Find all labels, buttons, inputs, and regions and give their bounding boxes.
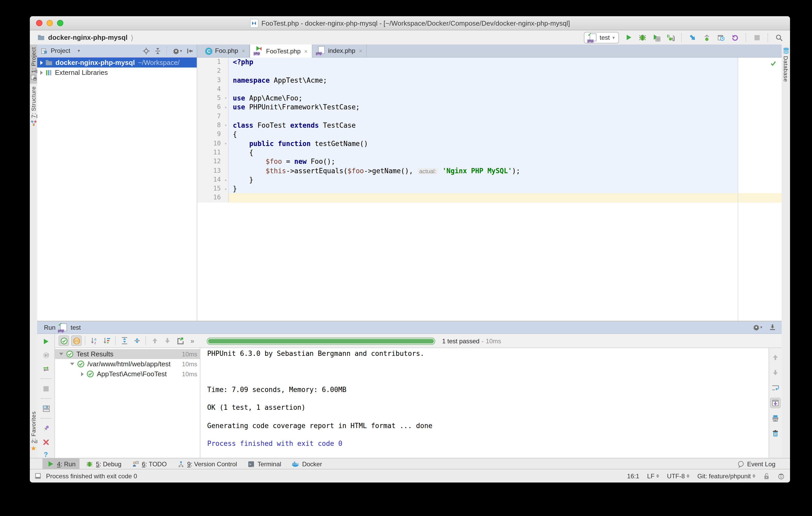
expand-arrow-icon[interactable] xyxy=(81,372,84,376)
tool-window-toggle-icon[interactable] xyxy=(34,472,41,479)
rollback-button[interactable] xyxy=(730,33,740,42)
hide-panel-button[interactable] xyxy=(186,47,194,55)
prev-occurrence-button[interactable] xyxy=(770,352,781,363)
code-line-6[interactable]: 6▴use PHPUnit\Framework\TestCase; xyxy=(197,103,782,112)
debug-button[interactable] xyxy=(638,33,647,42)
code-line-16[interactable]: 16 xyxy=(197,193,782,203)
readonly-lock-icon[interactable] xyxy=(763,472,770,480)
listen-debug-connections-button[interactable] xyxy=(666,33,675,42)
code-line-12[interactable]: 12 $foo = new Foo(); xyxy=(197,157,782,166)
settings-gear-button[interactable]: ▾ xyxy=(752,323,762,331)
code-line-5[interactable]: 5▾use App\Acme\Foo; xyxy=(197,94,782,103)
tab-footest.php[interactable]: phpFooTest.php× xyxy=(250,45,312,58)
event-log-button[interactable]: Event Log xyxy=(737,460,775,467)
tab-close-icon[interactable]: × xyxy=(359,48,362,54)
code-line-9[interactable]: 9{ xyxy=(197,130,782,139)
tab-index.php[interactable]: phpindex.php× xyxy=(312,45,367,57)
toolwindow-button-versioncontrol[interactable]: 9: Version Control xyxy=(173,458,241,469)
project-tree-panel[interactable]: docker-nginx-php-mysql ~/Workspace/ Exte… xyxy=(37,58,197,321)
fold-marker-icon[interactable]: ▾ xyxy=(225,139,227,148)
sort-by-duration-button[interactable] xyxy=(102,336,112,346)
chevron-down-icon[interactable]: ▾ xyxy=(78,48,80,53)
pin-tab-button[interactable] xyxy=(40,423,51,433)
locate-file-button[interactable] xyxy=(142,47,150,55)
code-line-13[interactable]: 13 $this->assertEquals($foo->getName(), … xyxy=(197,166,782,175)
close-panel-button[interactable] xyxy=(40,437,51,447)
local-history-button[interactable] xyxy=(716,33,726,42)
scroll-to-end-button[interactable] xyxy=(770,398,781,408)
sort-alphabetically-button[interactable]: az xyxy=(89,336,99,346)
collapse-all-button[interactable] xyxy=(154,47,162,55)
commit-changes-button[interactable] xyxy=(702,33,712,42)
code-line-15[interactable]: 15▴} xyxy=(197,184,782,193)
expand-arrow-icon[interactable] xyxy=(40,60,43,65)
breadcrumb[interactable]: docker-nginx-php-mysql ⟩ xyxy=(37,33,134,41)
hide-panel-button[interactable] xyxy=(768,323,776,331)
next-failed-test-button[interactable] xyxy=(162,336,173,346)
rerun-button[interactable] xyxy=(40,337,51,346)
project-tree-row-root[interactable]: docker-nginx-php-mysql ~/Workspace/ xyxy=(37,58,197,67)
show-passed-toggle[interactable] xyxy=(59,336,69,346)
toolwindow-button-run[interactable]: 4: Run xyxy=(42,458,80,469)
stripe-button-structure[interactable]: 7: Structure xyxy=(30,84,37,129)
restore-layout-button[interactable] xyxy=(40,403,51,413)
close-window-button[interactable] xyxy=(36,20,42,26)
show-ignored-toggle[interactable] xyxy=(71,336,82,346)
code-line-10[interactable]: 10▾ public function testGetName() xyxy=(197,139,782,148)
run-console[interactable]: PHPUnit 6.3.0 by Sebastian Bergmann and … xyxy=(200,348,768,458)
git-branch-widget[interactable]: Git: feature/phpunit xyxy=(697,472,755,480)
help-button[interactable]: ? xyxy=(44,451,48,458)
toolwindow-button-terminal[interactable]: >_Terminal xyxy=(243,458,285,469)
run-button[interactable] xyxy=(624,33,633,42)
minimize-window-button[interactable] xyxy=(47,20,53,26)
fold-marker-icon[interactable]: ▾ xyxy=(225,94,227,103)
code-editor[interactable]: 1<?php2 3namespace AppTest\Acme;4 5▾use … xyxy=(197,58,782,321)
code-line-14[interactable]: 14▴ } xyxy=(197,175,782,184)
zoom-window-button[interactable] xyxy=(57,20,63,26)
soft-wrap-button[interactable] xyxy=(770,382,781,393)
run-with-coverage-button[interactable] xyxy=(652,33,661,42)
expand-arrow-icon[interactable] xyxy=(40,70,43,75)
line-separator-widget[interactable]: LF xyxy=(647,472,659,480)
stop-process-button[interactable] xyxy=(40,383,51,394)
test-tree-row[interactable]: AppTest\Acme\FooTest10ms xyxy=(55,369,200,379)
fold-marker-icon[interactable]: ▴ xyxy=(225,175,227,184)
run-configuration-selector[interactable]: ✓php test ▾ xyxy=(584,32,619,43)
toolwindow-button-docker[interactable]: Docker xyxy=(288,458,326,469)
clear-all-button[interactable] xyxy=(770,428,781,438)
fold-marker-icon[interactable]: ▾ xyxy=(225,121,227,130)
import-test-results-button[interactable] xyxy=(175,336,185,346)
toolwindow-button-todo[interactable]: 6: TODO xyxy=(128,458,171,469)
code-line-1[interactable]: 1<?php xyxy=(197,58,782,67)
tab-foo.php[interactable]: CFoo.php× xyxy=(201,45,250,57)
more-actions-icon[interactable]: » xyxy=(191,337,194,345)
settings-gear-button[interactable]: ▾ xyxy=(172,47,182,55)
expand-all-button[interactable] xyxy=(119,336,130,346)
search-everywhere-button[interactable] xyxy=(774,33,784,42)
code-line-7[interactable]: 7 xyxy=(197,112,782,121)
code-line-8[interactable]: 8▾class FooTest extends TestCase xyxy=(197,121,782,130)
code-line-3[interactable]: 3namespace AppTest\Acme; xyxy=(197,76,782,85)
test-tree-row[interactable]: Test Results10ms xyxy=(55,349,200,359)
toggle-auto-test-button[interactable] xyxy=(40,364,51,374)
code-line-11[interactable]: 11 { xyxy=(197,148,782,157)
collapse-all-button[interactable] xyxy=(132,336,142,346)
stripe-button-database[interactable]: Database xyxy=(782,45,789,85)
fold-marker-icon[interactable]: ▴ xyxy=(225,103,227,112)
tab-close-icon[interactable]: × xyxy=(304,48,308,54)
stripe-button-favorites[interactable]: 2: Favorites★ xyxy=(30,409,37,454)
test-tree-row[interactable]: /var/www/html/web/app/test10ms xyxy=(55,359,200,369)
highlighting-level-icon[interactable] xyxy=(778,472,785,480)
code-line-4[interactable]: 4 xyxy=(197,85,782,94)
inspection-status-icon[interactable] xyxy=(770,60,776,66)
previous-failed-test-button[interactable] xyxy=(150,336,160,346)
test-results-tree[interactable]: Test Results10ms/var/www/html/web/app/te… xyxy=(55,348,200,458)
rerun-failed-tests-button[interactable] xyxy=(40,350,51,360)
project-tree-row-libraries[interactable]: External Libraries xyxy=(37,67,197,78)
update-project-button[interactable] xyxy=(688,33,697,42)
caret-position-widget[interactable]: 16:1 xyxy=(627,472,639,480)
stop-button[interactable] xyxy=(752,33,762,42)
next-occurrence-button[interactable] xyxy=(770,367,781,378)
toolwindow-button-debug[interactable]: 5: Debug xyxy=(82,458,125,469)
fold-marker-icon[interactable]: ▴ xyxy=(225,184,227,193)
